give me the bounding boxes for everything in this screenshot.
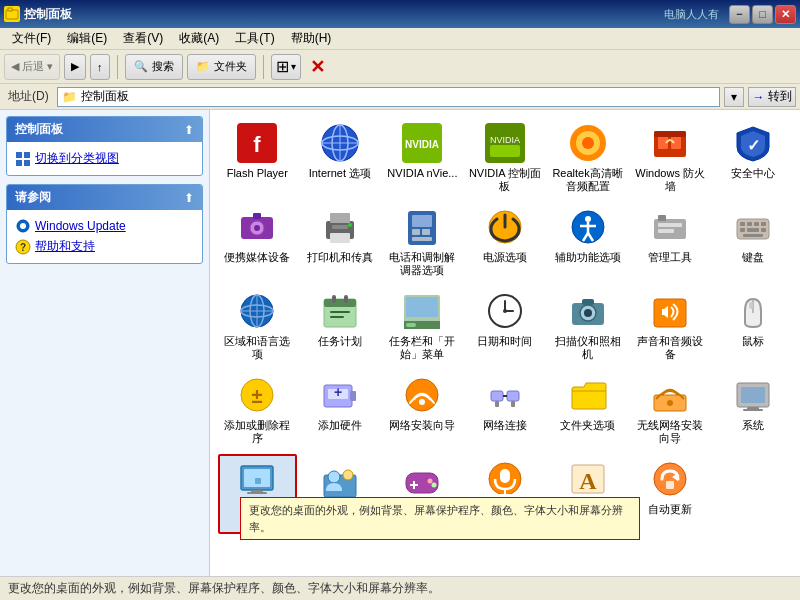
svg-rect-73 <box>332 295 336 303</box>
network-setup-icon-img <box>402 375 442 415</box>
scheduled-tasks-label: 任务计划 <box>318 335 362 348</box>
back-label: 后退 <box>22 59 44 74</box>
icon-sound-audio[interactable]: 声音和音频设备 <box>631 286 710 366</box>
menu-favorites[interactable]: 收藏(A) <box>171 28 227 49</box>
sidebar-switch-view-link[interactable]: 切换到分类视图 <box>15 148 194 169</box>
svg-point-116 <box>328 471 340 483</box>
svg-rect-2 <box>16 152 22 158</box>
back-button[interactable]: ◀ 后退 ▾ <box>4 54 60 80</box>
title-bar-icon <box>4 6 20 22</box>
svg-rect-87 <box>654 299 686 327</box>
svg-rect-40 <box>412 215 432 227</box>
icon-add-hardware[interactable]: + 添加硬件 <box>301 370 380 450</box>
close-button[interactable]: ✕ <box>775 5 796 24</box>
menu-help[interactable]: 帮助(H) <box>283 28 340 49</box>
mouse-icon-img <box>733 291 773 331</box>
sidebar-section-see-also-header[interactable]: 请参阅 ⬆ <box>7 185 202 210</box>
icon-nvidia-nvie[interactable]: NVIDIA NVIDIA nVie... <box>383 118 462 198</box>
security-center-icon-img: ✓ <box>733 123 773 163</box>
icon-realtek[interactable]: Realtek高清晰音频配置 <box>548 118 627 198</box>
svg-rect-90 <box>749 302 753 309</box>
search-button[interactable]: 🔍 搜索 <box>125 54 183 80</box>
icon-mouse[interactable]: 鼠标 <box>713 286 792 366</box>
network-setup-label: 网络安装向导 <box>389 419 455 432</box>
portable-media-label: 便携媒体设备 <box>224 251 290 264</box>
svg-rect-21 <box>490 145 520 157</box>
icon-power-options[interactable]: 电源选项 <box>466 202 545 282</box>
folder-options-icon-img <box>568 375 608 415</box>
go-button[interactable]: → 转到 <box>748 87 796 107</box>
svg-rect-71 <box>330 311 350 313</box>
svg-rect-70 <box>324 299 356 307</box>
icon-folder-options[interactable]: 文件夹选项 <box>548 370 627 450</box>
icon-taskbar-startmenu[interactable]: 任务栏和「开始」菜单 <box>383 286 462 366</box>
svg-rect-109 <box>743 409 763 411</box>
icon-nvidia-panel[interactable]: NVIDIA NVIDIA 控制面板 <box>466 118 545 198</box>
icon-printer-fax[interactable]: 打印机和传真 <box>301 202 380 282</box>
menu-tools[interactable]: 工具(T) <box>227 28 282 49</box>
sidebar-help-support-link[interactable]: ? 帮助和支持 <box>15 236 194 257</box>
menu-edit[interactable]: 编辑(E) <box>59 28 115 49</box>
firewall-icon-img <box>650 123 690 163</box>
accessibility-label: 辅助功能选项 <box>555 251 621 264</box>
icon-network-setup[interactable]: 网络安装向导 <box>383 370 462 450</box>
svg-point-85 <box>584 309 592 317</box>
svg-point-38 <box>348 223 352 227</box>
maximize-button[interactable]: □ <box>752 5 773 24</box>
icon-system[interactable]: 系统 <box>713 370 792 450</box>
icon-firewall[interactable]: Windows 防火墙 <box>631 118 710 198</box>
address-bar: 地址(D) 📁 控制面板 ▾ → 转到 <box>0 84 800 110</box>
address-label: 地址(D) <box>4 88 53 105</box>
address-dropdown[interactable]: ▾ <box>724 87 744 107</box>
power-options-icon-img <box>485 207 525 247</box>
svg-rect-62 <box>761 228 766 232</box>
icon-scheduled-tasks[interactable]: 任务计划 <box>301 286 380 366</box>
svg-point-24 <box>582 137 594 149</box>
address-input[interactable]: 📁 控制面板 <box>57 87 720 107</box>
svg-point-32 <box>254 225 260 231</box>
icon-accessibility[interactable]: 辅助功能选项 <box>548 202 627 282</box>
svg-text:NVIDIA: NVIDIA <box>490 135 520 145</box>
icon-wireless-setup[interactable]: 无线网络安装向导 <box>631 370 710 450</box>
title-bar-title: 控制面板 <box>24 6 72 23</box>
icon-admin-tools[interactable]: 管理工具 <box>631 202 710 282</box>
icon-region-language[interactable]: 区域和语言选项 <box>218 286 297 366</box>
icon-flash-player[interactable]: f Flash Player <box>218 118 297 198</box>
views-icon: ⊞ <box>276 57 289 76</box>
icon-scanner-camera[interactable]: 扫描仪和照相机 <box>548 286 627 366</box>
svg-rect-113 <box>247 492 267 494</box>
icon-internet-options[interactable]: Internet 选项 <box>301 118 380 198</box>
icon-keyboard[interactable]: 键盘 <box>713 202 792 282</box>
views-button[interactable]: ⊞ ▾ <box>271 54 301 80</box>
svg-point-117 <box>343 470 353 480</box>
icon-add-remove-programs[interactable]: ± 添加或删除程序 <box>218 370 297 450</box>
taskbar-startmenu-label: 任务栏和「开始」菜单 <box>386 335 459 361</box>
icon-phone-modem[interactable]: 电话和调制解调器选项 <box>383 202 462 282</box>
icon-automatic-updates[interactable]: 自动更新 <box>631 454 710 534</box>
icon-datetime[interactable]: 日期和时间 <box>466 286 545 366</box>
menu-file[interactable]: 文件(F) <box>4 28 59 49</box>
icon-security-center[interactable]: ✓ 安全中心 <box>713 118 792 198</box>
svg-rect-76 <box>406 297 438 317</box>
address-value: 控制面板 <box>81 88 129 105</box>
svg-text:NVIDIA: NVIDIA <box>405 139 439 150</box>
sidebar-section-control-panel-header[interactable]: 控制面板 ⬆ <box>7 117 202 142</box>
sidebar-windows-update-link[interactable]: Windows Update <box>15 216 194 236</box>
folders-button[interactable]: 📁 文件夹 <box>187 54 256 80</box>
status-text: 更改您的桌面的外观，例如背景、屏幕保护程序、颜色、字体大小和屏幕分辨率。 <box>8 580 440 597</box>
go-arrow-icon: → <box>753 90 765 104</box>
taskbar-startmenu-icon-img <box>402 291 442 331</box>
svg-rect-99 <box>491 391 503 401</box>
delete-button[interactable]: ✕ <box>305 54 331 80</box>
svg-rect-124 <box>500 469 510 483</box>
forward-button[interactable]: ▶ <box>64 54 86 80</box>
icon-portable-media[interactable]: 便携媒体设备 <box>218 202 297 282</box>
svg-rect-43 <box>412 237 432 241</box>
svg-text:?: ? <box>20 242 26 253</box>
svg-rect-54 <box>658 229 674 233</box>
windows-update-icon <box>15 218 31 234</box>
menu-view[interactable]: 查看(V) <box>115 28 171 49</box>
minimize-button[interactable]: − <box>729 5 750 24</box>
icon-network-connections[interactable]: 网络连接 <box>466 370 545 450</box>
up-button[interactable]: ↑ <box>90 54 110 80</box>
